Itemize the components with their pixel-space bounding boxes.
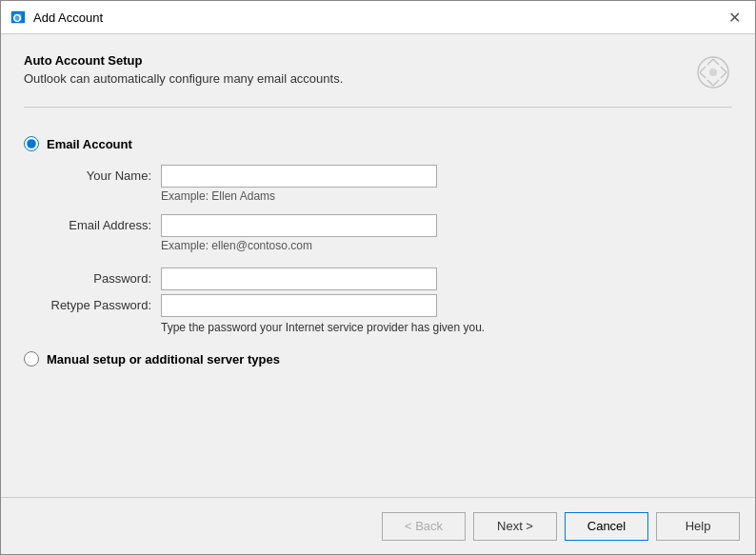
next-button[interactable]: Next >: [473, 512, 557, 541]
your-name-col: Example: Ellen Adams: [161, 165, 437, 210]
add-account-dialog: O Add Account ✕ Auto Account Setup Outlo…: [0, 0, 756, 555]
svg-line-11: [721, 72, 726, 78]
your-name-input[interactable]: [161, 165, 437, 188]
retype-password-col: [161, 294, 437, 317]
title-bar-left: O Add Account: [9, 8, 103, 27]
auto-setup-heading: Auto Account Setup: [24, 53, 343, 68]
email-account-radio-label[interactable]: Email Account: [24, 136, 732, 151]
svg-text:O: O: [13, 11, 22, 24]
email-account-label: Email Account: [47, 137, 132, 151]
your-name-label: Your Name:: [47, 165, 161, 183]
your-name-row: Your Name: Example: Ellen Adams: [47, 165, 732, 210]
email-address-label: Email Address:: [47, 214, 161, 232]
auto-setup-subtext: Outlook can automatically configure many…: [24, 71, 343, 86]
email-account-group: Email Account Your Name: Example: Ellen …: [24, 136, 732, 334]
help-button[interactable]: Help: [656, 512, 740, 541]
auto-setup-section: Auto Account Setup Outlook can automatic…: [24, 53, 732, 108]
svg-line-5: [707, 59, 713, 65]
email-address-input[interactable]: [161, 214, 437, 237]
svg-line-9: [700, 72, 706, 78]
manual-setup-radio[interactable]: [24, 351, 39, 367]
email-address-example: Example: ellen@contoso.com: [161, 239, 437, 252]
password-label: Password:: [47, 268, 161, 286]
manual-setup-label[interactable]: Manual setup or additional server types: [47, 352, 280, 367]
title-bar: O Add Account ✕: [1, 1, 755, 34]
svg-line-4: [713, 59, 719, 65]
svg-line-6: [713, 80, 719, 86]
password-row: Password:: [47, 268, 732, 290]
password-col: [161, 268, 437, 290]
password-note: Type the password your Internet service …: [161, 321, 732, 334]
close-button[interactable]: ✕: [721, 4, 747, 30]
svg-point-12: [709, 69, 717, 76]
outlook-icon: O: [9, 8, 28, 27]
svg-line-7: [707, 80, 713, 86]
svg-line-10: [721, 67, 726, 72]
back-button[interactable]: < Back: [382, 512, 466, 541]
dialog-body: Auto Account Setup Outlook can automatic…: [1, 34, 755, 497]
dialog-title: Add Account: [33, 10, 103, 25]
manual-setup-row: Manual setup or additional server types: [24, 351, 732, 367]
options-section: Email Account Your Name: Example: Ellen …: [24, 127, 732, 497]
form-fields: Your Name: Example: Ellen Adams Email Ad…: [47, 165, 732, 334]
auto-setup-text: Auto Account Setup Outlook can automatic…: [24, 53, 343, 86]
password-input[interactable]: [161, 268, 437, 290]
email-account-radio[interactable]: [24, 136, 39, 151]
your-name-example: Example: Ellen Adams: [161, 189, 437, 203]
cancel-button[interactable]: Cancel: [565, 512, 648, 541]
email-address-row: Email Address: Example: ellen@contoso.co…: [47, 214, 732, 260]
dialog-footer: < Back Next > Cancel Help: [1, 497, 755, 554]
svg-line-8: [700, 67, 706, 72]
wizard-icon: [694, 53, 732, 91]
email-address-col: Example: ellen@contoso.com: [161, 214, 437, 260]
retype-password-label: Retype Password:: [47, 294, 161, 312]
retype-password-input[interactable]: [161, 294, 437, 317]
retype-password-row: Retype Password:: [47, 294, 732, 317]
